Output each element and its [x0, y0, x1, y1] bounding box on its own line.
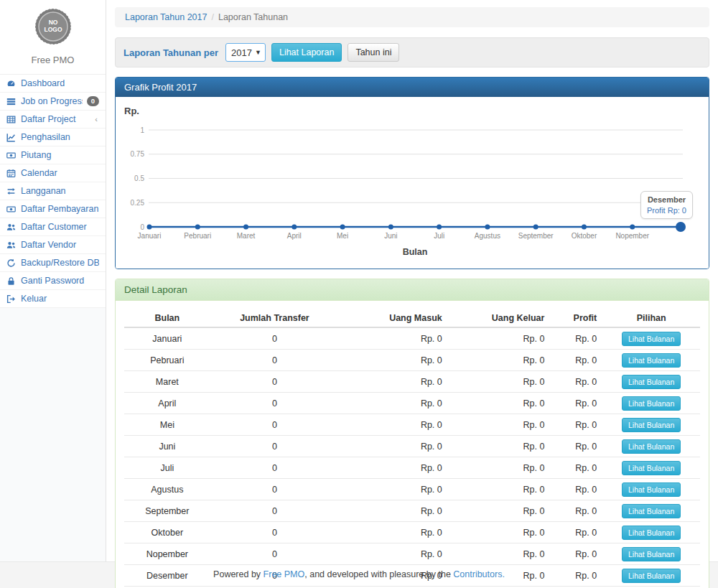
sidebar-item-daftar-pembayaran[interactable]: Daftar Pembayaran — [0, 200, 106, 218]
sidebar-item-label: Daftar Customer — [21, 222, 99, 232]
table-cell: Rp. 0 — [550, 500, 602, 522]
lihat-bulanan-button[interactable]: Lihat Bulanan — [622, 375, 681, 389]
table-cell: Rp. 0 — [448, 500, 551, 522]
year-select[interactable]: 2017 ▼ — [225, 43, 266, 62]
retweet-icon — [6, 186, 17, 196]
sidebar-item-daftar-vendor[interactable]: Daftar Vendor — [0, 236, 106, 254]
footer-link-freepmo[interactable]: Free PMO — [264, 569, 305, 579]
detail-panel-body: BulanJumlah TransferUang MasukUang Kelua… — [116, 301, 709, 588]
table-cell: Rp. 0 — [339, 393, 448, 414]
sidebar-item-backup-restore-db[interactable]: Backup/Restore DB — [0, 254, 106, 272]
table-cell: Mei — [124, 414, 210, 436]
breadcrumb-separator: / — [207, 12, 218, 22]
lihat-bulanan-button[interactable]: Lihat Bulanan — [622, 461, 681, 475]
svg-text:0.25: 0.25 — [131, 199, 145, 207]
table-row-oktober: Oktober0Rp. 0Rp. 0Rp. 0Lihat Bulanan — [124, 522, 700, 543]
sidebar-item-dashboard[interactable]: Dashboard — [0, 75, 106, 93]
table-cell-action: Lihat Bulanan — [602, 393, 700, 414]
table-cell: Rp. 0 — [550, 522, 602, 543]
lihat-bulanan-button[interactable]: Lihat Bulanan — [622, 332, 681, 346]
tahun-ini-button[interactable]: Tahun ini — [348, 43, 399, 62]
table-cell: Desember — [124, 565, 210, 587]
calendar-icon — [6, 168, 17, 178]
logo-text-line1: NO — [48, 19, 57, 26]
svg-text:Januari: Januari — [138, 232, 162, 240]
svg-text:Bulan: Bulan — [403, 247, 428, 257]
sidebar-item-piutang[interactable]: Piutang — [0, 146, 106, 164]
table-cell: 0 — [210, 393, 340, 414]
logo-text-line2: LOGO — [44, 26, 62, 33]
sidebar-item-label: Ganti Password — [21, 276, 99, 286]
users-icon — [6, 222, 17, 232]
table-cell: Maret — [124, 371, 210, 393]
sidebar-item-job-on-progress[interactable]: Job on Progress0 — [0, 93, 106, 111]
table-cell: Rp. 0 — [550, 393, 602, 414]
table-row-mei: Mei0Rp. 0Rp. 0Rp. 0Lihat Bulanan — [124, 414, 700, 436]
sidebar-item-ganti-password[interactable]: Ganti Password — [0, 272, 106, 290]
sidebar-item-keluar[interactable]: Keluar — [0, 290, 106, 308]
table-cell: Rp. 0 — [550, 327, 602, 350]
lihat-bulanan-button[interactable]: Lihat Bulanan — [622, 418, 681, 432]
main-content: Laporan Tahun 2017/Laporan Tahunan Lapor… — [106, 0, 718, 561]
sidebar-item-daftar-project[interactable]: Daftar Project‹ — [0, 111, 106, 129]
lihat-bulanan-button[interactable]: Lihat Bulanan — [622, 396, 681, 411]
sidebar-item-calendar[interactable]: Calendar — [0, 164, 106, 182]
sidebar: NO LOGO Free PMO DashboardJob on Progres… — [0, 0, 106, 561]
lihat-bulanan-button[interactable]: Lihat Bulanan — [622, 547, 681, 561]
table-row-juli: Juli0Rp. 0Rp. 0Rp. 0Lihat Bulanan — [124, 457, 700, 479]
sidebar-item-daftar-customer[interactable]: Daftar Customer — [0, 218, 106, 236]
table-icon — [6, 114, 17, 124]
lihat-bulanan-button[interactable]: Lihat Bulanan — [622, 482, 681, 497]
lihat-bulanan-button[interactable]: Lihat Bulanan — [622, 353, 681, 368]
svg-text:Rp.: Rp. — [124, 106, 139, 116]
table-cell: Rp. 0 — [550, 436, 602, 457]
sidebar-item-penghasilan[interactable]: Penghasilan — [0, 129, 106, 146]
column-header-uang-keluar: Uang Keluar — [448, 309, 551, 327]
chart-tooltip: Desember Profit Rp: 0 — [640, 191, 693, 219]
svg-text:Juli: Juli — [434, 232, 444, 240]
table-cell: 0 — [210, 457, 340, 479]
table-row-januari: Januari0Rp. 0Rp. 0Rp. 0Lihat Bulanan — [124, 327, 700, 350]
tooltip-title: Desember — [647, 195, 686, 204]
table-cell: Rp. 0 — [448, 327, 551, 350]
table-cell: 0 — [210, 543, 340, 565]
breadcrumb-link-laporan-tahun[interactable]: Laporan Tahun 2017 — [125, 12, 207, 22]
sign-out-icon — [6, 294, 17, 304]
lihat-bulanan-button[interactable]: Lihat Bulanan — [622, 439, 681, 454]
users-icon — [6, 240, 17, 250]
table-cell: 0 — [210, 500, 340, 522]
table-cell: Rp. 0 — [448, 479, 551, 500]
lihat-bulanan-button[interactable]: Lihat Bulanan — [622, 526, 681, 540]
table-cell: April — [124, 393, 210, 414]
count-badge: 0 — [87, 96, 99, 106]
dashboard-icon — [6, 78, 17, 88]
footer-link-contributors[interactable]: Contributors. — [453, 569, 505, 579]
app-window: NO LOGO Free PMO DashboardJob on Progres… — [0, 0, 718, 561]
table-cell: Rp. 0 — [550, 457, 602, 479]
sidebar-item-langganan[interactable]: Langganan — [0, 182, 106, 200]
money-icon — [6, 150, 17, 160]
table-cell: 0 — [210, 350, 340, 371]
chevron-left-icon: ‹ — [95, 115, 99, 123]
footer-text-prefix: Powered by — [213, 569, 263, 579]
table-cell: Rp. 0 — [339, 350, 448, 371]
table-cell-action: Lihat Bulanan — [602, 436, 700, 457]
svg-text:Agustus: Agustus — [475, 232, 500, 240]
year-select-value: 2017 — [231, 47, 252, 58]
lihat-bulanan-button[interactable]: Lihat Bulanan — [622, 569, 681, 583]
table-cell: Rp. 0 — [339, 543, 448, 565]
table-cell: Rp. 0 — [448, 414, 551, 436]
table-cell: Rp. 0 — [448, 457, 551, 479]
table-cell: Rp. 0 — [339, 327, 448, 350]
table-cell-action: Lihat Bulanan — [602, 522, 700, 543]
svg-text:0.5: 0.5 — [134, 174, 144, 182]
table-cell: Rp. 0 — [339, 500, 448, 522]
table-cell: 0 — [210, 371, 340, 393]
svg-text:Oktober: Oktober — [572, 232, 597, 240]
table-cell: Rp. 0 — [550, 350, 602, 371]
column-header-bulan: Bulan — [124, 309, 210, 327]
lihat-laporan-button[interactable]: Lihat Laporan — [271, 43, 342, 62]
sidebar-item-label: Dashboard — [21, 78, 99, 88]
no-logo-image: NO LOGO — [32, 6, 74, 47]
lihat-bulanan-button[interactable]: Lihat Bulanan — [622, 504, 681, 518]
